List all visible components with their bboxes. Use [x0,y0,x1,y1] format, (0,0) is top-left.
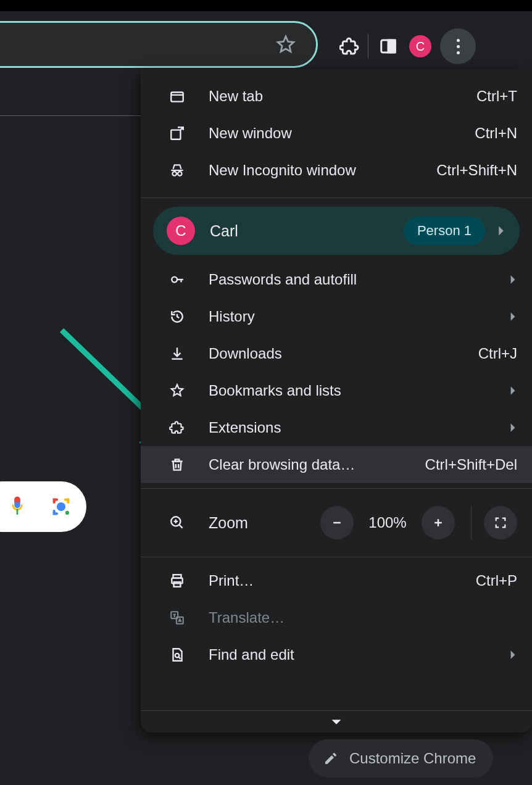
omnibox[interactable] [0,21,318,68]
menu-shortcut: Ctrl+Shift+N [436,162,517,179]
menu-profile[interactable]: C Carl Person 1 [153,207,520,255]
menu-separator [141,197,532,198]
search-tools-pill [0,481,86,532]
menu-find-edit[interactable]: Find and edit [141,636,532,673]
chevron-right-icon [496,225,506,237]
chevron-right-icon [505,274,517,285]
menu-downloads[interactable]: Downloads Ctrl+J [141,335,532,372]
menu-label: New window [196,125,475,142]
lens-camera-icon[interactable] [51,496,72,517]
menu-shortcut: Ctrl+N [475,125,517,142]
profile-avatar-button[interactable]: C [404,30,436,62]
svg-point-11 [172,277,177,283]
menu-separator [141,488,532,489]
svg-point-4 [65,511,69,515]
menu-shortcut: Ctrl+P [476,572,517,589]
star-icon [169,383,196,399]
zoom-separator [471,506,472,539]
avatar-icon: C [409,35,431,57]
menu-label: History [196,308,505,325]
pencil-icon [323,751,338,766]
svg-point-10 [178,172,182,176]
menu-label: Downloads [196,345,478,362]
print-icon [169,573,196,589]
menu-label: Find and edit [196,646,505,663]
zoom-in-button[interactable] [422,506,455,539]
menu-label: Translate… [196,609,517,626]
menu-bookmarks[interactable]: Bookmarks and lists [141,372,532,409]
menu-label: Bookmarks and lists [196,382,505,399]
chevron-right-icon [505,422,517,433]
toolbar-separator [368,34,368,59]
menu-separator [141,557,532,557]
chevron-right-icon [505,649,517,660]
menu-zoom: Zoom 100% [141,494,532,552]
extensions-puzzle-icon[interactable] [333,30,365,62]
svg-rect-1 [388,40,395,52]
zoom-in-icon [169,515,196,531]
menu-extensions[interactable]: Extensions [141,409,532,446]
menu-scroll-down-button[interactable] [141,710,532,733]
customize-label: Customize Chrome [349,750,476,767]
translate-icon [169,610,196,626]
menu-print[interactable]: Print… Ctrl+P [141,562,532,599]
svg-point-3 [57,502,65,511]
history-icon [169,309,196,325]
bookmark-star-icon[interactable] [275,34,296,55]
svg-rect-6 [171,93,183,102]
menu-label: New Incognito window [196,162,436,179]
menu-label: Clear browsing data… [196,456,425,473]
menu-new-tab[interactable]: New tab Ctrl+T [141,78,532,115]
svg-point-9 [172,172,177,176]
side-panel-icon[interactable] [372,30,404,62]
menu-shortcut: Ctrl+Shift+Del [425,456,517,473]
menu-history[interactable]: History [141,298,532,335]
menu-label: New tab [196,88,476,105]
menu-passwords[interactable]: Passwords and autofill [141,261,532,298]
page-divider [0,115,141,116]
menu-label: Extensions [196,419,505,436]
voice-search-icon[interactable] [9,494,26,519]
key-icon [169,272,196,288]
zoom-out-button[interactable] [320,506,354,539]
profile-name: Carl [195,222,404,240]
find-in-page-icon [169,647,196,663]
zoom-value: 100% [364,514,412,531]
menu-clear-browsing-data[interactable]: Clear browsing data… Ctrl+Shift+Del [141,446,532,483]
chrome-menu: New tab Ctrl+T New window Ctrl+N New Inc… [141,69,532,733]
download-icon [169,346,196,362]
menu-shortcut: Ctrl+T [476,88,517,105]
trash-icon [169,457,196,473]
svg-rect-18 [174,582,181,587]
kebab-icon [457,39,460,54]
menu-label: Print… [196,572,476,589]
profile-badge: Person 1 [404,217,485,245]
fullscreen-button[interactable] [484,506,517,539]
more-menu-button[interactable] [440,28,476,64]
menu-incognito[interactable]: New Incognito window Ctrl+Shift+N [141,152,532,189]
menu-shortcut: Ctrl+J [478,345,517,362]
menu-translate: Translate… [141,599,532,636]
window-new-icon [169,125,196,141]
menu-label: Passwords and autofill [196,271,505,288]
menu-new-window[interactable]: New window Ctrl+N [141,115,532,152]
tab-icon [169,88,196,104]
svg-rect-7 [171,130,180,139]
puzzle-icon [169,420,196,436]
customize-chrome-button[interactable]: Customize Chrome [309,739,493,778]
incognito-icon [169,162,196,178]
chevron-right-icon [505,311,517,322]
chevron-right-icon [505,385,517,396]
browser-toolbar: C [0,0,532,69]
menu-label: Zoom [196,514,320,532]
avatar-icon: C [167,217,195,245]
